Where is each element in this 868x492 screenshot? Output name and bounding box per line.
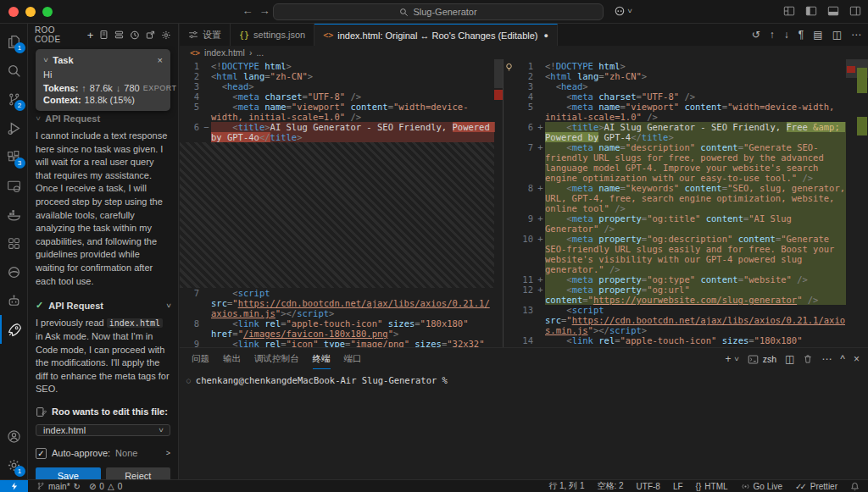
code-line[interactable]: 10+ <meta property="og:description" cont… bbox=[514, 234, 846, 274]
code-line[interactable]: 4 <meta charset="UTF-8" /> bbox=[514, 91, 846, 102]
tab-index-html-diff[interactable]: <> index.html: Original ↔ Roo's Changes … bbox=[314, 24, 558, 46]
file-accordion[interactable]: index.html > bbox=[36, 424, 170, 436]
code-line[interactable]: 4 <meta charset="UTF-8" /> bbox=[180, 91, 494, 102]
code-line[interactable]: 9+ <meta property="og:title" content="AI… bbox=[514, 213, 846, 234]
more-actions-icon[interactable]: ⋯ bbox=[821, 353, 832, 365]
whitespace-icon[interactable]: ¶ bbox=[798, 29, 804, 41]
code-line[interactable]: 1<!DOCTYPE html> bbox=[180, 61, 494, 71]
settings-icon[interactable] bbox=[161, 30, 171, 41]
eol-sequence[interactable]: LF bbox=[673, 482, 683, 491]
api-request-header[interactable]: ✓ API Request > bbox=[36, 300, 170, 311]
minimap[interactable] bbox=[846, 59, 868, 347]
diff-original-pane[interactable]: 1<!DOCTYPE html>2<html lang="zh-CN">3 <h… bbox=[180, 59, 504, 347]
code-line[interactable]: 7 <script src="https://cdn.bootcdn.net/a… bbox=[180, 288, 494, 318]
forward-icon[interactable]: → bbox=[257, 4, 272, 17]
split-editor-icon[interactable]: ◫ bbox=[832, 29, 842, 41]
close-task-icon[interactable]: × bbox=[158, 55, 163, 65]
code-line[interactable]: 6+ <title>AI Slug Generator - SEO Friend… bbox=[514, 122, 846, 142]
sidebar-item-run-debug[interactable] bbox=[0, 113, 28, 142]
panel-tab-debug-console[interactable]: 调试控制台 bbox=[254, 353, 299, 365]
new-terminal-icon[interactable]: + bbox=[725, 353, 731, 365]
lightbulb-icon[interactable] bbox=[504, 63, 514, 72]
sidebar-item-edge-tools[interactable] bbox=[0, 257, 28, 286]
code-line[interactable]: 9 <link rel="icon" type="image/png" size… bbox=[180, 339, 494, 347]
customize-layout-icon[interactable] bbox=[783, 5, 795, 17]
encoding[interactable]: UTF-8 bbox=[637, 482, 660, 491]
api-request-header-collapsed[interactable]: > API Request bbox=[36, 113, 170, 124]
manage-button[interactable]: 1 bbox=[0, 451, 28, 479]
panel-tab-ports[interactable]: 端口 bbox=[344, 353, 362, 365]
panel-tab-output[interactable]: 输出 bbox=[223, 353, 241, 365]
cursor-position[interactable]: 行 1, 列 1 bbox=[548, 480, 584, 492]
terminal-name[interactable]: zsh bbox=[763, 354, 776, 364]
sidebar-item-gitlens[interactable] bbox=[0, 229, 28, 257]
sidebar-item-extensions[interactable]: 3 bbox=[0, 142, 28, 171]
export-button[interactable]: EXPORT bbox=[143, 84, 177, 92]
sidebar-item-explorer[interactable]: 1 bbox=[0, 27, 28, 56]
sidebar-item-live-preview[interactable] bbox=[0, 171, 28, 200]
minimize-window-button[interactable] bbox=[25, 7, 36, 17]
tab-settings-json[interactable]: {} settings.json bbox=[231, 24, 314, 46]
maximize-panel-icon[interactable]: ^ bbox=[840, 353, 845, 365]
code-line[interactable]: 6− <title>AI Slug Generator - SEO Friend… bbox=[180, 122, 494, 142]
code-line[interactable]: 14 <link rel="apple-touch-icon" sizes="1… bbox=[514, 335, 846, 347]
toggle-panel-icon[interactable] bbox=[827, 5, 839, 17]
split-terminal-icon[interactable]: ◫ bbox=[785, 353, 794, 365]
revert-file-icon[interactable]: ↺ bbox=[752, 29, 760, 41]
code-line[interactable]: 5 <meta name="viewport" content="width=d… bbox=[514, 102, 846, 122]
problems-status[interactable]: ⊘ 0 △ 0 bbox=[89, 482, 122, 491]
open-in-editor-icon[interactable] bbox=[146, 30, 155, 40]
diff-modified-pane[interactable]: 1<!DOCTYPE html>2<html lang="zh-CN">3 <h… bbox=[504, 59, 868, 347]
code-line[interactable]: 5 <meta name="viewport" content="width=d… bbox=[180, 102, 494, 122]
breadcrumb-more[interactable]: ... bbox=[256, 47, 264, 58]
toggle-primary-sidebar-icon[interactable] bbox=[805, 5, 817, 17]
close-window-button[interactable] bbox=[8, 7, 19, 17]
code-line[interactable]: 3 <head> bbox=[180, 81, 494, 91]
modified-dot-icon[interactable]: ● bbox=[544, 31, 548, 40]
overview-ruler[interactable] bbox=[494, 59, 503, 347]
remote-indicator[interactable] bbox=[0, 480, 28, 492]
auto-approve-row[interactable]: ✓ Auto-approve: None > bbox=[36, 448, 170, 459]
copilot-menu[interactable]: > bbox=[614, 5, 632, 17]
branch-status[interactable]: main* ↻ bbox=[36, 482, 81, 491]
code-line[interactable]: 1<!DOCTYPE html> bbox=[514, 61, 846, 71]
code-line[interactable]: 2<html lang="zh-CN"> bbox=[514, 71, 846, 81]
more-actions-icon[interactable]: ⋯ bbox=[851, 29, 861, 41]
toggle-secondary-sidebar-icon[interactable] bbox=[849, 5, 861, 17]
accounts-button[interactable] bbox=[0, 422, 28, 451]
history-icon[interactable] bbox=[130, 30, 140, 41]
indentation[interactable]: 空格: 2 bbox=[597, 480, 623, 492]
terminal-content[interactable]: ○ chenkang@chenkangdeMacBook-Air Slug-Ge… bbox=[180, 370, 868, 385]
command-center-search[interactable]: Slug-Generator bbox=[273, 3, 604, 20]
language-mode[interactable]: {}HTML bbox=[696, 482, 728, 491]
breadcrumb[interactable]: <> index.html › ... bbox=[180, 46, 868, 59]
open-preview-icon[interactable]: ▤ bbox=[813, 29, 822, 41]
save-button[interactable]: Save bbox=[36, 467, 101, 479]
reject-button[interactable]: Reject bbox=[106, 467, 171, 479]
auto-approve-checkbox[interactable]: ✓ bbox=[36, 448, 47, 459]
notifications-bell-icon[interactable] bbox=[850, 482, 860, 491]
mcp-servers-icon[interactable] bbox=[114, 30, 124, 40]
new-task-icon[interactable]: + bbox=[87, 29, 94, 41]
sidebar-item-ai-assistant[interactable] bbox=[0, 286, 28, 315]
go-live-button[interactable]: Go Live bbox=[741, 482, 782, 491]
code-line[interactable]: 2<html lang="zh-CN"> bbox=[180, 71, 494, 81]
panel-tab-terminal[interactable]: 终端 bbox=[313, 353, 331, 369]
prettier-status[interactable]: ✓✓Prettier bbox=[795, 482, 837, 491]
sidebar-item-source-control[interactable]: 2 bbox=[0, 85, 28, 113]
code-line[interactable]: 13 <script src="https://cdn.bootcdn.net/… bbox=[514, 305, 846, 335]
sidebar-item-docker[interactable] bbox=[0, 200, 28, 229]
previous-change-icon[interactable]: ↑ bbox=[770, 29, 775, 41]
breadcrumb-file[interactable]: index.html bbox=[204, 47, 245, 58]
sync-icon[interactable]: ↻ bbox=[74, 482, 81, 491]
task-card[interactable]: > Task × Hi Tokens: ↑ 87.6k ↓ 780 EXPORT… bbox=[36, 49, 170, 111]
sidebar-item-search[interactable] bbox=[0, 56, 28, 85]
panel-tab-problems[interactable]: 问题 bbox=[192, 353, 209, 365]
close-panel-icon[interactable]: × bbox=[854, 353, 860, 365]
code-line[interactable]: 7+ <meta name="description" content="Gen… bbox=[514, 142, 846, 183]
next-change-icon[interactable]: ↓ bbox=[784, 29, 789, 41]
code-line[interactable]: 12+ <meta property="og:url" content="htt… bbox=[514, 285, 846, 305]
code-line[interactable]: 8+ <meta name="keywords" content="SEO, s… bbox=[514, 183, 846, 213]
code-line[interactable]: 3 <head> bbox=[514, 81, 846, 91]
prompts-icon[interactable] bbox=[99, 30, 108, 40]
